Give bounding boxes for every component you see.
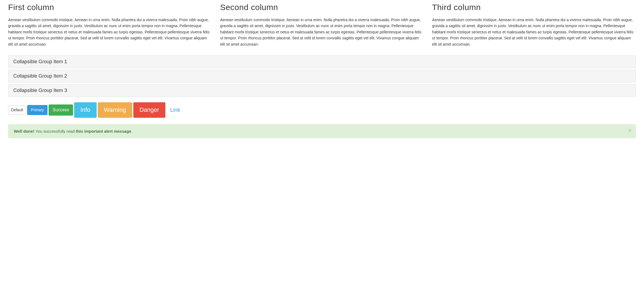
button-row: Default Primary Success Info Warning Dan… bbox=[8, 102, 636, 118]
column-3-title: Third column bbox=[432, 3, 636, 12]
alert-text-end: . bbox=[131, 129, 132, 134]
accordion: Collapsible Group Item 1 Collapsible Gro… bbox=[8, 55, 636, 97]
accordion-item-2[interactable]: Collapsible Group Item 2 bbox=[8, 70, 636, 82]
column-2-body: Aenean vestibulum commodo tristique. Aen… bbox=[220, 17, 424, 47]
column-1-body: Aenean vestibulum commodo tristique. Aen… bbox=[8, 17, 212, 47]
alert-strong: Well done! bbox=[14, 129, 34, 134]
accordion-item-1-title[interactable]: Collapsible Group Item 1 bbox=[8, 56, 636, 68]
column-1-title: First column bbox=[8, 3, 212, 12]
column-2-title: Second column bbox=[220, 3, 424, 12]
column-2: Second column Aenean vestibulum commodo … bbox=[220, 3, 424, 47]
column-3: Third column Aenean vestibulum commodo t… bbox=[432, 3, 636, 47]
column-3-body: Aenean vestibulum commodo tristique. Aen… bbox=[432, 17, 636, 47]
info-button[interactable]: Info bbox=[74, 102, 97, 118]
link-button[interactable]: Link bbox=[166, 103, 184, 117]
accordion-item-3[interactable]: Collapsible Group Item 3 bbox=[8, 84, 636, 97]
alert-text-1: You successfully read bbox=[34, 129, 76, 134]
accordion-item-3-title[interactable]: Collapsible Group Item 3 bbox=[8, 84, 636, 97]
accordion-item-2-title[interactable]: Collapsible Group Item 2 bbox=[8, 70, 636, 82]
warning-button[interactable]: Warning bbox=[98, 102, 132, 118]
danger-button[interactable]: Danger bbox=[133, 102, 165, 118]
success-button[interactable]: Success bbox=[49, 104, 73, 115]
alert-bold-2: this important alert message bbox=[76, 129, 131, 134]
columns-row: First column Aenean vestibulum commodo t… bbox=[8, 3, 636, 47]
accordion-item-1[interactable]: Collapsible Group Item 1 bbox=[8, 55, 636, 68]
column-1: First column Aenean vestibulum commodo t… bbox=[8, 3, 212, 47]
default-button[interactable]: Default bbox=[8, 106, 26, 115]
close-icon[interactable]: × bbox=[628, 127, 632, 134]
alert-success: Well done! You successfully read this im… bbox=[8, 124, 636, 138]
primary-button[interactable]: Primary bbox=[27, 105, 47, 115]
